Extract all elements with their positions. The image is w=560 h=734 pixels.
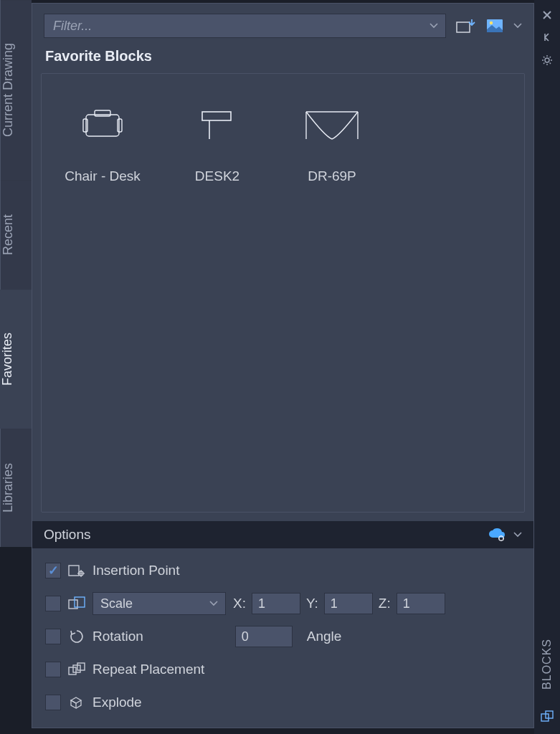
toolbar [32,4,533,45]
left-tab-rail: Current Drawing Recent Favorites Librari… [0,0,32,734]
block-label: DESK2 [195,168,239,184]
option-repeat: Repeat Placement [45,657,521,682]
svg-rect-23 [73,665,80,672]
svg-rect-21 [75,597,85,607]
checkbox-explode[interactable] [45,695,61,710]
block-thumb [70,104,135,147]
svg-rect-10 [202,112,231,120]
checkbox-scale[interactable] [45,596,61,611]
y-input[interactable] [324,593,373,614]
block-label: DR-69P [308,168,356,184]
gear-icon[interactable] [541,54,553,66]
thumbnail-chevron-down-icon[interactable] [513,23,522,29]
scale-select[interactable]: Scale [92,592,226,615]
svg-rect-24 [77,663,85,670]
y-label: Y: [306,596,318,611]
svg-rect-1 [541,714,549,721]
tab-libraries[interactable]: Libraries [0,429,32,547]
filter-input[interactable] [52,18,430,34]
z-input[interactable] [397,593,445,614]
explode-icon [68,694,85,711]
svg-rect-7 [83,119,87,132]
checkbox-rotation[interactable] [45,629,61,644]
blocks-panel: Favorite Blocks Chair - Desk DESK2 [32,3,534,728]
angle-label: Angle [307,629,342,644]
right-rail: BLOCKS [534,0,560,734]
rotation-input[interactable] [235,626,293,647]
insert-icon[interactable] [456,18,476,34]
options-body: Insertion Point Scale X: Y: Z: [32,548,533,728]
option-rotation: Rotation Angle [45,624,521,649]
svg-point-0 [545,58,549,62]
panel-title-vertical: BLOCKS [541,631,554,697]
option-scale: Scale X: Y: Z: [45,591,521,616]
option-label: Insertion Point [92,563,179,578]
tab-current-drawing[interactable]: Current Drawing [0,0,32,180]
svg-rect-2 [546,711,553,718]
close-icon[interactable] [542,10,552,20]
svg-rect-22 [69,667,76,675]
checkbox-repeat[interactable] [45,662,61,677]
chevron-down-icon[interactable] [430,23,438,29]
chevron-down-icon [209,601,218,606]
option-label: Rotation [92,629,143,644]
z-label: Z: [379,596,391,611]
scale-select-value: Scale [100,596,204,611]
block-item-desk2[interactable]: DESK2 [163,91,271,184]
scale-icon [68,595,85,612]
options-title: Options [44,527,480,543]
blocks-gallery: Chair - Desk DESK2 DR-69P [41,73,525,513]
thumbnail-icon[interactable] [486,19,503,33]
svg-rect-3 [457,22,470,32]
option-explode: Explode [45,690,521,715]
collapse-icon[interactable] [542,33,552,42]
option-label: Repeat Placement [92,662,204,677]
cloud-settings-icon[interactable] [488,528,506,542]
option-label: Explode [92,695,142,710]
filter-box[interactable] [44,14,446,38]
blocks-icon[interactable] [540,710,554,724]
svg-rect-6 [86,115,119,136]
block-item-dr-69p[interactable]: DR-69P [278,91,386,184]
x-input[interactable] [252,593,300,614]
svg-rect-16 [69,566,79,576]
rotation-icon [68,628,85,645]
repeat-icon [68,661,85,678]
block-item-chair-desk[interactable]: Chair - Desk [49,91,156,184]
insertion-point-icon [68,562,85,579]
svg-rect-9 [95,110,110,116]
svg-rect-8 [118,119,122,132]
block-thumb [185,104,250,147]
tab-recent[interactable]: Recent [0,180,32,290]
options-header[interactable]: Options [32,521,533,548]
block-thumb [300,104,364,147]
tab-favorites[interactable]: Favorites [0,290,32,429]
x-label: X: [233,596,246,611]
section-heading: Favorite Blocks [32,45,533,73]
option-insertion-point: Insertion Point [45,558,521,583]
checkbox-insertion-point[interactable] [45,563,61,578]
block-label: Chair - Desk [65,168,141,184]
chevron-down-icon[interactable] [513,532,522,538]
svg-point-5 [490,22,493,24]
